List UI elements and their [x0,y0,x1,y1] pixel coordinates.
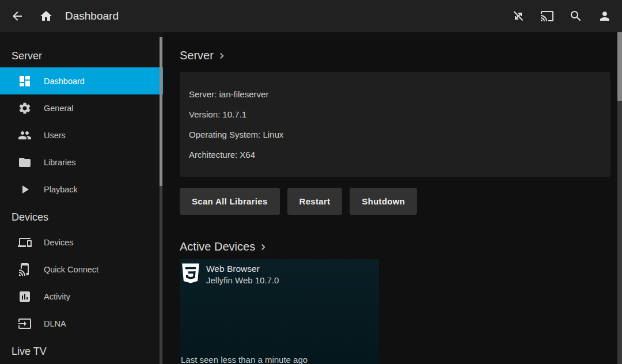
device-app-version: Jellyfin Web 10.7.0 [206,275,279,286]
chevron-right-icon [258,242,268,252]
sidebar-item-users[interactable]: Users [0,122,163,149]
active-device-card[interactable]: Web Browser Jellyfin Web 10.7.0 Last see… [180,259,379,364]
sidebar-item-general[interactable]: General [0,94,163,122]
page-title: Dashboard [65,10,119,22]
play-icon [18,183,32,196]
sidebar-item-label: DLNA [44,319,66,328]
server-arch-row: Architecture: X64 [189,145,601,165]
sidebar-item-label: Playback [44,185,78,194]
server-section-heading[interactable]: Server [180,48,227,62]
server-version-row: Version: 10.7.1 [189,104,601,124]
settings-icon [18,101,32,115]
back-button[interactable] [3,2,32,31]
chevron-right-icon [217,51,227,61]
sidebar-scrollbar-thumb[interactable] [160,37,162,186]
dashboard-icon [18,74,32,88]
sidebar-section-devices: Devices [0,210,163,225]
activity-icon [18,290,32,304]
sidebar-item-quick-connect[interactable]: Quick Connect [0,256,163,283]
home-icon [39,9,53,23]
page-scrollbar-thumb[interactable] [617,32,622,101]
top-app-bar: Dashboard [0,0,622,32]
sidebar-item-playback[interactable]: Playback [0,176,163,203]
user-icon [598,9,612,23]
server-info-card: Server: ian-fileserver Version: 10.7.1 O… [180,72,610,177]
sidebar-scrollbar[interactable] [160,37,162,364]
devices-icon [18,236,32,249]
server-heading-label: Server [180,48,214,62]
sidebar-item-label: Activity [44,292,70,301]
scan-all-libraries-button[interactable]: Scan All Libraries [180,188,280,215]
server-name-row: Server: ian-fileserver [189,84,601,104]
sidebar-section-server: Server [0,48,163,63]
server-actions: Scan All Libraries Restart Shutdown [180,188,610,215]
sidebar-item-label: Users [44,131,66,140]
cast-button[interactable] [533,2,562,31]
syncplay-button[interactable] [504,2,533,31]
server-os-row: Operating System: Linux [189,124,601,145]
home-button[interactable] [32,2,60,31]
sidebar-item-label: Quick Connect [44,265,98,274]
syncplay-off-icon [511,9,525,23]
dashboard-content: Server Server: ian-fileserver Version: 1… [163,32,617,364]
device-name: Web Browser [206,263,279,275]
user-menu-button[interactable] [590,2,619,31]
sidebar-item-dashboard[interactable]: Dashboard [0,67,163,94]
sidebar-item-devices[interactable]: Devices [0,229,163,256]
sidebar-item-label: General [44,104,74,113]
active-devices-heading-label: Active Devices [180,240,255,253]
sidebar-item-libraries[interactable]: Libraries [0,149,163,176]
sidebar-item-activity[interactable]: Activity [0,283,163,310]
device-card-header: Web Browser Jellyfin Web 10.7.0 [180,259,379,286]
sidebar-item-label: Dashboard [44,77,85,86]
restart-button[interactable]: Restart [287,188,343,215]
page-scrollbar[interactable] [617,32,622,364]
search-icon [569,9,583,23]
sidebar-section-live-tv: Live TV [0,344,163,359]
active-devices-heading[interactable]: Active Devices [180,240,268,253]
device-card-texts: Web Browser Jellyfin Web 10.7.0 [206,262,279,286]
device-last-seen: Last seen less than a minute ago [181,355,308,364]
users-icon [18,128,32,142]
cast-icon [540,9,554,23]
topbar-actions [504,2,619,31]
shutdown-button[interactable]: Shutdown [350,188,417,215]
sidebar-item-label: Libraries [44,158,76,167]
html5-icon [181,263,200,284]
admin-drawer: Server Dashboard General Users Libraries… [0,32,163,364]
sidebar-item-dlna[interactable]: DLNA [0,310,163,337]
back-icon [10,9,24,23]
folder-icon [18,156,32,169]
quick-connect-icon [18,263,32,276]
search-button[interactable] [562,2,590,31]
input-icon [18,317,32,331]
sidebar-item-label: Devices [44,238,74,247]
